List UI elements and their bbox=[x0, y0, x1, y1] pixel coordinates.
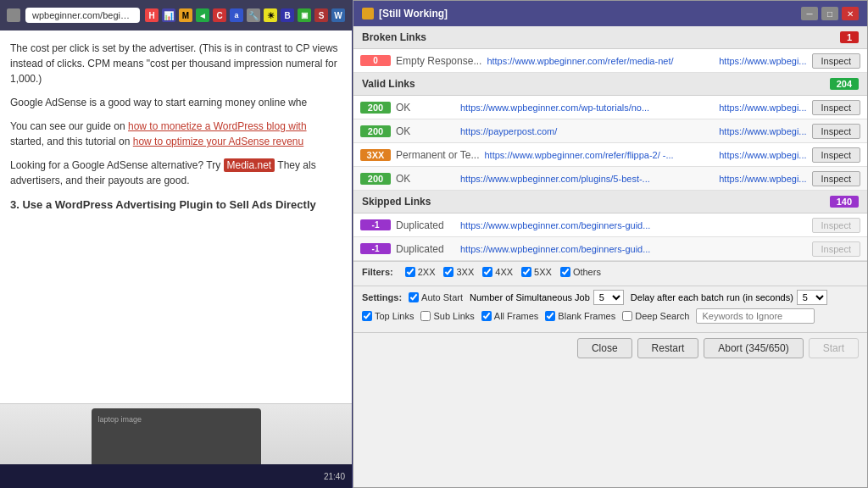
filter-2xx-label: 2XX bbox=[418, 267, 436, 277]
link-source: https://www.wpbegi... bbox=[719, 150, 806, 160]
filter-4xx-checkbox[interactable] bbox=[482, 267, 492, 277]
ext-icon-1: H bbox=[145, 8, 159, 22]
all-frames-label: All Frames bbox=[494, 311, 539, 321]
valid-links-section: Valid Links 204 200 OK https://www.wpbeg… bbox=[353, 73, 867, 191]
inspect-button[interactable]: Inspect bbox=[812, 147, 860, 163]
status-code: -1 bbox=[360, 219, 391, 230]
minimize-button[interactable]: ─ bbox=[801, 7, 818, 20]
inspect-button-disabled: Inspect bbox=[812, 241, 860, 257]
dialog-icon bbox=[362, 8, 374, 19]
sub-links-checkbox[interactable] bbox=[420, 311, 431, 321]
paragraph-1: The cost per click is set by the adverti… bbox=[10, 41, 342, 86]
dialog-body: Broken Links 1 0 Empty Response... https… bbox=[353, 26, 867, 487]
filter-others-label: Others bbox=[573, 267, 601, 277]
broken-links-section: Broken Links 1 0 Empty Response... https… bbox=[353, 26, 867, 73]
browser-url-bar[interactable]: wpbeginner.com/beginners-guide/make-mone… bbox=[25, 8, 140, 23]
link-type: OK bbox=[396, 125, 455, 137]
filter-3xx-checkbox[interactable] bbox=[443, 267, 453, 277]
link-url: https://www.wpbeginner.com/refer/flippa-… bbox=[485, 150, 715, 160]
link-type: OK bbox=[396, 102, 455, 114]
filters-section: Filters: 2XX 3XX 4XX 5XX bbox=[353, 261, 867, 286]
blank-frames-checkbox[interactable] bbox=[545, 311, 555, 321]
settings-row-2: Top Links Sub Links All Frames Blank Fra… bbox=[362, 308, 859, 324]
browser-content: The cost per click is set by the adverti… bbox=[0, 30, 352, 232]
deep-search-checkbox[interactable] bbox=[622, 311, 632, 321]
table-row: -1 Duplicated https://www.wpbeginner.com… bbox=[353, 214, 867, 237]
paragraph-4: Looking for a Google AdSense alternative… bbox=[10, 158, 342, 188]
link-url: https://payperpost.com/ bbox=[460, 126, 714, 136]
setting-sub-links[interactable]: Sub Links bbox=[420, 311, 474, 321]
taskbar-time: 21:40 bbox=[324, 472, 345, 481]
simultaneous-jobs-label: Number of Simultaneous Job bbox=[470, 292, 590, 302]
link-type: Permanent or Te... bbox=[396, 149, 480, 161]
paragraph-3: You can see our guide on how to monetize… bbox=[10, 119, 342, 149]
ext-icon-2: 📊 bbox=[162, 8, 175, 22]
delay-field: Delay after each batch run (in seconds) … bbox=[631, 290, 827, 305]
setting-top-links[interactable]: Top Links bbox=[362, 311, 414, 321]
setting-blank-frames[interactable]: Blank Frames bbox=[545, 311, 615, 321]
link-url: https://www.wpbeginner.com/refer/media-n… bbox=[487, 56, 714, 66]
keywords-ignore-input[interactable] bbox=[696, 308, 815, 324]
status-code: -1 bbox=[360, 243, 391, 254]
ext-icon-12: W bbox=[331, 8, 345, 22]
browser-toolbar: wpbeginner.com/beginners-guide/make-mone… bbox=[0, 0, 352, 30]
ext-icon-10: ▣ bbox=[298, 8, 311, 22]
filter-2xx-checkbox[interactable] bbox=[405, 267, 415, 277]
valid-links-badge: 204 bbox=[830, 78, 859, 90]
filter-4xx-label: 4XX bbox=[495, 267, 513, 277]
broken-links-rows: 0 Empty Response... https://www.wpbeginn… bbox=[353, 49, 867, 73]
top-links-checkbox[interactable] bbox=[362, 311, 372, 321]
table-row: -1 Duplicated https://www.wpbeginner.com… bbox=[353, 237, 867, 261]
delay-select[interactable]: 5 3 10 bbox=[797, 290, 827, 305]
settings-section: Settings: Auto Start Number of Simultane… bbox=[353, 286, 867, 332]
table-row: 200 OK https://www.wpbeginner.com/wp-tut… bbox=[353, 96, 867, 119]
broken-links-header: Broken Links 1 bbox=[353, 26, 867, 49]
all-frames-checkbox[interactable] bbox=[481, 311, 492, 321]
filter-3xx[interactable]: 3XX bbox=[443, 267, 474, 277]
skipped-links-section: Skipped Links 140 -1 Duplicated https://… bbox=[353, 191, 867, 261]
start-button: Start bbox=[809, 338, 859, 358]
dialog-titlebar: [Still Working] ─ □ ✕ bbox=[353, 1, 867, 26]
close-window-button[interactable]: ✕ bbox=[842, 7, 859, 20]
setting-auto-start[interactable]: Auto Start bbox=[409, 292, 463, 302]
abort-button[interactable]: Abort (345/650) bbox=[704, 338, 803, 358]
sub-links-label: Sub Links bbox=[433, 311, 474, 321]
ext-icon-5: C bbox=[213, 8, 226, 22]
setting-all-frames[interactable]: All Frames bbox=[481, 311, 539, 321]
filter-others[interactable]: Others bbox=[560, 267, 601, 277]
filter-others-checkbox[interactable] bbox=[560, 267, 570, 277]
filters-label: Filters: bbox=[362, 267, 393, 277]
link-source: https://www.wpbegi... bbox=[719, 103, 806, 113]
link-source: https://www.wpbegi... bbox=[719, 56, 806, 66]
ext-icon-9: B bbox=[281, 8, 294, 22]
inspect-button-disabled: Inspect bbox=[812, 218, 860, 233]
restart-button[interactable]: Restart bbox=[637, 338, 699, 358]
link-type: Duplicated bbox=[396, 219, 455, 231]
status-code: 0 bbox=[360, 55, 391, 66]
paragraph-2: Google AdSense is a good way to start ea… bbox=[10, 95, 342, 110]
maximize-button[interactable]: □ bbox=[821, 7, 838, 20]
inspect-button[interactable]: Inspect bbox=[812, 171, 860, 186]
auto-start-checkbox[interactable] bbox=[409, 292, 419, 302]
simultaneous-jobs-select[interactable]: 5 3 10 bbox=[593, 290, 624, 305]
deep-search-label: Deep Search bbox=[635, 311, 689, 321]
skipped-links-header: Skipped Links 140 bbox=[353, 191, 867, 214]
inspect-button[interactable]: Inspect bbox=[812, 53, 860, 69]
link-url: https://www.wpbeginner.com/beginners-gui… bbox=[460, 220, 717, 230]
close-button[interactable]: Close bbox=[577, 338, 632, 358]
link-source: https://www.wpbegi... bbox=[719, 126, 806, 136]
ext-icon-11: S bbox=[314, 8, 328, 22]
dialog-title: [Still Working] bbox=[362, 8, 448, 19]
filter-5xx-checkbox[interactable] bbox=[521, 267, 531, 277]
setting-deep-search[interactable]: Deep Search bbox=[622, 311, 689, 321]
inspect-button[interactable]: Inspect bbox=[812, 124, 860, 139]
still-working-dialog: [Still Working] ─ □ ✕ Broken Links 1 0 E… bbox=[353, 0, 868, 488]
skipped-links-rows: -1 Duplicated https://www.wpbeginner.com… bbox=[353, 214, 867, 261]
filter-4xx[interactable]: 4XX bbox=[482, 267, 513, 277]
inspect-button[interactable]: Inspect bbox=[812, 100, 860, 115]
table-row: 0 Empty Response... https://www.wpbeginn… bbox=[353, 49, 867, 73]
filter-5xx[interactable]: 5XX bbox=[521, 267, 552, 277]
dialog-title-text: [Still Working] bbox=[379, 8, 448, 19]
settings-label: Settings: bbox=[362, 292, 402, 302]
filter-2xx[interactable]: 2XX bbox=[405, 267, 436, 277]
